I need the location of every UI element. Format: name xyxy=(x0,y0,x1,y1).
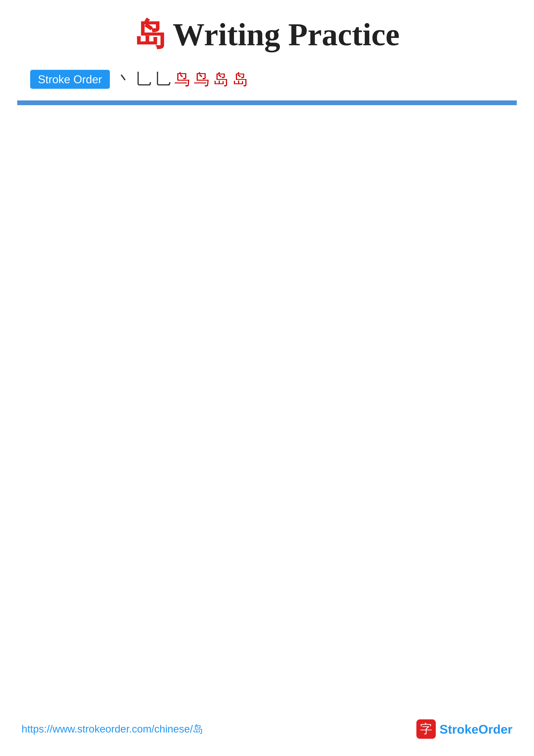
grid-cell[interactable] xyxy=(142,104,205,105)
footer-logo-char: 字 xyxy=(420,721,432,737)
stroke-order-badge: Stroke Order xyxy=(30,70,110,89)
title-char: 岛 xyxy=(135,13,166,56)
footer-logo-text: StrokeOrder xyxy=(440,722,513,736)
stroke-step-4: 鸟 xyxy=(174,69,190,90)
grid-row xyxy=(17,104,517,105)
grid-cell[interactable] xyxy=(205,104,267,105)
grid-cell[interactable] xyxy=(80,104,142,105)
stroke-step-1: 丶 xyxy=(116,69,132,90)
stroke-step-3: ⺃ xyxy=(155,69,171,90)
grid-cell[interactable] xyxy=(17,104,80,105)
stroke-step-7: 岛 xyxy=(233,69,248,90)
footer-logo-stroke: Stroke xyxy=(440,722,479,736)
page: 岛 Writing Practice Stroke Order 丶 ⺃ ⺃ 鸟 … xyxy=(0,0,534,756)
stroke-step-6: 岛 xyxy=(213,69,229,90)
footer-url[interactable]: https://www.strokeorder.com/chinese/岛 xyxy=(21,722,203,736)
grid-cell[interactable] xyxy=(267,104,330,105)
stroke-step-5: 鸟 xyxy=(194,69,209,90)
stroke-steps: 丶 ⺃ ⺃ 鸟 鸟 岛 岛 xyxy=(116,69,248,90)
footer-logo-icon: 字 xyxy=(417,719,436,739)
footer-logo-order: Order xyxy=(478,722,513,736)
grid-cell[interactable] xyxy=(392,104,454,105)
stroke-step-2: ⺃ xyxy=(136,69,151,90)
footer: https://www.strokeorder.com/chinese/岛 字 … xyxy=(0,719,534,739)
title-label: Writing Practice xyxy=(173,16,399,53)
footer-logo: 字 StrokeOrder xyxy=(417,719,513,739)
stroke-order-row: Stroke Order 丶 ⺃ ⺃ 鸟 鸟 岛 岛 xyxy=(30,69,248,90)
grid-cell[interactable] xyxy=(454,104,517,105)
page-title: 岛 Writing Practice xyxy=(135,13,399,56)
writing-grid: 岛 岛 岛 岛 岛 岛 岛 岛 岛 岛 岛 岛 岛 岛 岛 岛 xyxy=(17,100,517,105)
grid-cell[interactable] xyxy=(329,104,392,105)
